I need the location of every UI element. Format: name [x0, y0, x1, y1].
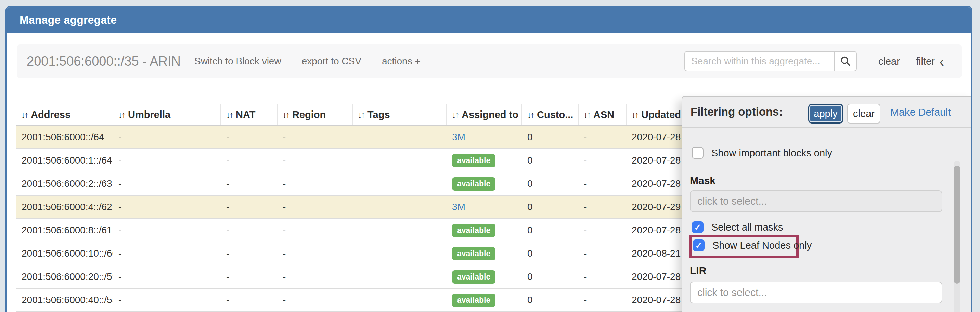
export-to-csv-link[interactable]: export to CSV: [302, 56, 361, 67]
apply-button[interactable]: apply: [808, 103, 843, 124]
assigned-badge: available: [452, 270, 495, 283]
actions-menu[interactable]: actions +: [382, 56, 420, 67]
cell-umbrella: -: [113, 149, 221, 172]
sort-icon: ↓↑: [358, 110, 364, 120]
sort-icon: ↓↑: [226, 110, 232, 120]
cell-nat: -: [221, 219, 277, 242]
assigned-badge: available: [452, 247, 495, 260]
search-input[interactable]: [684, 51, 834, 72]
column-header-address[interactable]: ↓↑Address: [16, 104, 113, 126]
cell-nat: -: [221, 288, 277, 312]
show-leaf-nodes-checkbox-row[interactable]: ✓ Show Leaf Nodes only: [693, 239, 811, 251]
cell-asn: -: [578, 265, 626, 288]
window-body: 2001:506:6000::/35 - ARIN Switch to Bloc…: [6, 32, 972, 312]
mask-section-label: Mask: [690, 175, 716, 186]
cell-region: -: [277, 195, 352, 219]
cell-tags: [352, 265, 447, 288]
column-header-label: Address: [31, 109, 70, 120]
show-important-blocks-checkbox[interactable]: [692, 147, 703, 159]
column-header-label: NAT: [236, 109, 255, 120]
column-header-region[interactable]: ↓↑Region: [277, 104, 352, 126]
filter-panel-header: Filtering options: apply clear Make Defa…: [682, 97, 972, 127]
sort-icon: ↓↑: [584, 110, 590, 120]
assigned-badge: available: [452, 154, 495, 167]
sort-icon: ↓↑: [631, 110, 638, 120]
lir-section-label: LIR: [690, 265, 706, 276]
filtering-options-panel: Filtering options: apply clear Make Defa…: [682, 96, 972, 312]
filter-panel-scrollbar-thumb[interactable]: [954, 166, 961, 283]
assigned-link[interactable]: 3M: [452, 132, 465, 142]
column-header-asn[interactable]: ↓↑ASN: [578, 104, 626, 126]
cell-nat: -: [221, 126, 277, 149]
column-header-assigned-to[interactable]: ↓↑Assigned to: [447, 104, 522, 126]
cell-customer: 0: [522, 219, 578, 242]
cell-nat: -: [221, 149, 277, 172]
cell-nat: -: [221, 195, 277, 219]
cell-region: -: [277, 265, 352, 288]
column-header-label: Region: [292, 109, 326, 120]
select-all-masks-checkbox[interactable]: ✓: [692, 221, 703, 233]
cell-customer: 0: [522, 265, 578, 288]
show-important-blocks-checkbox-row[interactable]: Show important blocks only: [692, 147, 832, 159]
cell-umbrella: -: [113, 265, 221, 288]
page-title: Manage aggregate: [19, 14, 117, 26]
filter-panel-scrollbar[interactable]: [954, 161, 961, 312]
cell-tags: [352, 219, 447, 242]
cell-region: -: [277, 126, 352, 149]
cell-address: 2001:506:6000:40::/58: [16, 288, 113, 312]
show-leaf-nodes-label: Show Leaf Nodes only: [713, 240, 811, 251]
select-all-masks-checkbox-row[interactable]: ✓ Select all masks: [692, 221, 783, 233]
cell-address: 2001:506:6000::/64: [16, 126, 113, 149]
assigned-badge: available: [452, 177, 495, 191]
cell-customer: 0: [522, 242, 578, 265]
lir-select[interactable]: click to select...: [690, 282, 942, 304]
sort-icon: ↓↑: [452, 110, 458, 120]
cell-asn: -: [578, 172, 626, 195]
switch-to-block-view-link[interactable]: Switch to Block view: [194, 56, 281, 67]
cell-nat: -: [221, 242, 277, 265]
cell-address: 2001:506:6000:4::/62: [16, 195, 113, 219]
cell-asn: -: [578, 288, 626, 312]
lir-select-placeholder: click to select...: [697, 287, 767, 298]
assigned-link[interactable]: 3M: [452, 202, 465, 212]
column-header-label: Tags: [368, 109, 390, 120]
cell-address: 2001:506:6000:1::/64: [16, 149, 113, 172]
cell-umbrella: -: [113, 195, 221, 219]
cell-asn: -: [578, 149, 626, 172]
search-button[interactable]: [834, 51, 857, 72]
cell-asn: -: [578, 219, 626, 242]
column-header-nat[interactable]: ↓↑NAT: [221, 104, 277, 126]
search-icon: [840, 56, 851, 67]
cell-nat: -: [221, 265, 277, 288]
cell-region: -: [277, 242, 352, 265]
cell-tags: [352, 172, 447, 195]
column-header-umbrella[interactable]: ↓↑Umbrella: [113, 104, 221, 126]
cell-assigned-to: 3M: [447, 126, 522, 149]
sort-icon: ↓↑: [282, 110, 289, 120]
cell-address: 2001:506:6000:10::/60: [16, 242, 113, 265]
filter-panel-content: Show important blocks only Mask click to…: [682, 127, 972, 312]
chevron-left-icon: ‹: [940, 53, 944, 69]
clear-filters-button[interactable]: clear: [847, 103, 880, 124]
sort-icon: ↓↑: [118, 110, 124, 120]
cell-umbrella: -: [113, 288, 221, 312]
column-header-label: Custo...: [537, 109, 573, 120]
search-group: [684, 51, 857, 72]
column-header-custo[interactable]: ↓↑Custo...: [522, 104, 578, 126]
column-header-label: Umbrella: [128, 109, 170, 120]
filter-label: filter: [916, 56, 935, 67]
cell-asn: -: [578, 195, 626, 219]
column-header-tags[interactable]: ↓↑Tags: [352, 104, 447, 126]
cell-assigned-to: 3M: [447, 195, 522, 219]
cell-umbrella: -: [113, 219, 221, 242]
aggregate-toolbar: 2001:506:6000::/35 - ARIN Switch to Bloc…: [17, 45, 961, 78]
make-default-link[interactable]: Make Default: [890, 107, 951, 118]
assigned-badge: available: [452, 293, 495, 307]
filter-toggle-link[interactable]: filter‹: [916, 45, 944, 78]
mask-select[interactable]: click to select...: [690, 190, 942, 212]
show-leaf-nodes-checkbox[interactable]: ✓: [693, 239, 705, 251]
column-header-label: ASN: [593, 109, 614, 120]
select-all-masks-label: Select all masks: [711, 222, 783, 233]
manage-aggregate-window: Manage aggregate 2001:506:6000::/35 - AR…: [5, 6, 972, 312]
clear-search-link[interactable]: clear: [878, 45, 900, 78]
